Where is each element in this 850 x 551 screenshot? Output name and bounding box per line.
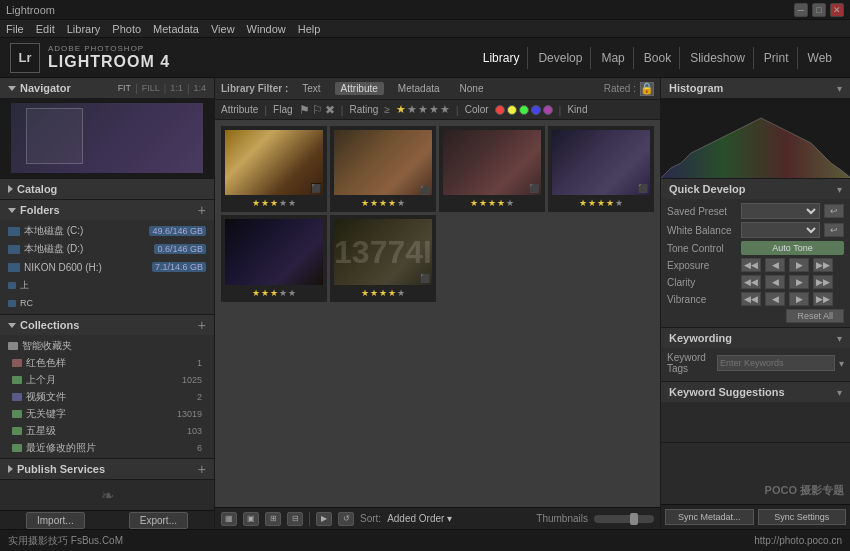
color-purple[interactable] bbox=[543, 105, 553, 115]
vibrance-down-btn[interactable]: ◀◀ bbox=[741, 292, 761, 306]
keyword-input[interactable] bbox=[717, 355, 835, 371]
star-3[interactable]: ★ bbox=[418, 103, 428, 116]
folders-add-button[interactable]: + bbox=[198, 202, 206, 218]
clarity-up1-btn[interactable]: ▶ bbox=[789, 275, 809, 289]
sort-value[interactable]: Added Order ▾ bbox=[387, 513, 452, 524]
collection-item[interactable]: 上个月 1025 bbox=[0, 371, 214, 388]
slideshow-button[interactable]: ▶ bbox=[316, 512, 332, 526]
collection-item-folder[interactable]: 智能收藏夹 bbox=[0, 337, 214, 354]
menu-file[interactable]: File bbox=[6, 23, 24, 35]
flag-pick-icon[interactable]: ⚑ bbox=[299, 103, 310, 117]
color-blue[interactable] bbox=[531, 105, 541, 115]
folder-item[interactable]: NIKON D600 (H:) 7.1/14.6 GB bbox=[0, 258, 214, 276]
publish-services-header[interactable]: Publish Services + bbox=[0, 459, 214, 479]
vibrance-up1-btn[interactable]: ▶ bbox=[789, 292, 809, 306]
color-red[interactable] bbox=[495, 105, 505, 115]
exposure-down-btn[interactable]: ◀◀ bbox=[741, 258, 761, 272]
folder-item[interactable]: 本地磁盘 (C:) 49.6/146 GB bbox=[0, 222, 214, 240]
menu-window[interactable]: Window bbox=[247, 23, 286, 35]
keyword-suggestions-header[interactable]: Keyword Suggestions ▾ bbox=[661, 382, 850, 402]
tab-map[interactable]: Map bbox=[593, 47, 633, 69]
close-button[interactable]: ✕ bbox=[830, 3, 844, 17]
star-5[interactable]: ★ bbox=[440, 103, 450, 116]
vibrance-up-btn[interactable]: ▶▶ bbox=[813, 292, 833, 306]
tab-book[interactable]: Book bbox=[636, 47, 680, 69]
menu-library[interactable]: Library bbox=[67, 23, 101, 35]
keywording-header[interactable]: Keywording ▾ bbox=[661, 328, 850, 348]
sync-metadata-btn[interactable]: Sync Metadat... bbox=[665, 509, 754, 525]
nav-fit[interactable]: FIT bbox=[118, 83, 132, 94]
collection-item[interactable]: 最近修改的照片 6 bbox=[0, 439, 214, 456]
photo-cell[interactable]: ⬛ ★★★★★ bbox=[439, 126, 545, 212]
thumbnail-slider[interactable] bbox=[594, 515, 654, 523]
compare-view-button[interactable]: ⊞ bbox=[265, 512, 281, 526]
window-controls[interactable]: ─ □ ✕ bbox=[794, 3, 844, 17]
minimize-button[interactable]: ─ bbox=[794, 3, 808, 17]
sync-settings-btn[interactable]: Sync Settings bbox=[758, 509, 847, 525]
filter-none-btn[interactable]: None bbox=[454, 82, 490, 95]
tab-web[interactable]: Web bbox=[800, 47, 840, 69]
histogram-toggle-icon[interactable]: ▾ bbox=[837, 83, 842, 94]
saved-preset-select[interactable] bbox=[741, 203, 820, 219]
flag-reject-icon[interactable]: ✖ bbox=[325, 103, 335, 117]
saved-preset-btn[interactable]: ↩ bbox=[824, 204, 844, 218]
nav-fill[interactable]: FILL bbox=[142, 83, 160, 94]
photo-cell[interactable]: ⬛ ★★★★★ bbox=[221, 126, 327, 212]
auto-tone-btn[interactable]: Auto Tone bbox=[741, 241, 844, 255]
nav-1to4[interactable]: 1:4 bbox=[193, 83, 206, 94]
collections-add-button[interactable]: + bbox=[198, 317, 206, 333]
filter-lock-icon[interactable]: 🔒 bbox=[640, 82, 654, 96]
kw-settings-btn[interactable]: ▾ bbox=[839, 358, 844, 369]
wb-btn[interactable]: ↩ bbox=[824, 223, 844, 237]
collection-item[interactable]: 红色色样 1 bbox=[0, 354, 214, 371]
color-green[interactable] bbox=[519, 105, 529, 115]
navigator-header[interactable]: Navigator FIT | FILL | 1:1 | 1:4 bbox=[0, 78, 214, 98]
star-4[interactable]: ★ bbox=[429, 103, 439, 116]
folder-item[interactable]: 本地磁盘 (D:) 0.6/146 GB bbox=[0, 240, 214, 258]
folder-item[interactable]: RC bbox=[0, 294, 214, 312]
collection-item[interactable]: 无关键字 13019 bbox=[0, 405, 214, 422]
qd-toggle-icon[interactable]: ▾ bbox=[837, 184, 842, 195]
photo-cell[interactable]: 13774I ⬛ ★★★★★ bbox=[330, 215, 436, 301]
loupe-view-button[interactable]: ▣ bbox=[243, 512, 259, 526]
grid-view-button[interactable]: ▦ bbox=[221, 512, 237, 526]
keywording-toggle-icon[interactable]: ▾ bbox=[837, 333, 842, 344]
flag-neutral-icon[interactable]: ⚐ bbox=[312, 103, 323, 117]
maximize-button[interactable]: □ bbox=[812, 3, 826, 17]
rotate-button[interactable]: ↺ bbox=[338, 512, 354, 526]
filter-metadata-btn[interactable]: Metadata bbox=[392, 82, 446, 95]
tab-develop[interactable]: Develop bbox=[530, 47, 591, 69]
clarity-up-btn[interactable]: ▶▶ bbox=[813, 275, 833, 289]
folders-header[interactable]: Folders + bbox=[0, 200, 214, 220]
star-1[interactable]: ★ bbox=[396, 103, 406, 116]
survey-view-button[interactable]: ⊟ bbox=[287, 512, 303, 526]
collection-item[interactable]: 视频文件 2 bbox=[0, 388, 214, 405]
vibrance-down1-btn[interactable]: ◀ bbox=[765, 292, 785, 306]
tab-slideshow[interactable]: Slideshow bbox=[682, 47, 754, 69]
photo-cell[interactable]: ★★★★★ bbox=[221, 215, 327, 301]
histogram-header[interactable]: Histogram ▾ bbox=[661, 78, 850, 98]
menu-edit[interactable]: Edit bbox=[36, 23, 55, 35]
tab-print[interactable]: Print bbox=[756, 47, 798, 69]
menu-metadata[interactable]: Metadata bbox=[153, 23, 199, 35]
reset-all-btn[interactable]: Reset All bbox=[786, 309, 844, 323]
ks-toggle-icon[interactable]: ▾ bbox=[837, 387, 842, 398]
wb-select[interactable] bbox=[741, 222, 820, 238]
nav-1to1[interactable]: 1:1 bbox=[170, 83, 183, 94]
filter-text-btn[interactable]: Text bbox=[296, 82, 326, 95]
clarity-down-btn[interactable]: ◀◀ bbox=[741, 275, 761, 289]
menu-photo[interactable]: Photo bbox=[112, 23, 141, 35]
star-2[interactable]: ★ bbox=[407, 103, 417, 116]
rating-filter[interactable]: ★ ★ ★ ★ ★ bbox=[396, 103, 450, 116]
exposure-down1-btn[interactable]: ◀ bbox=[765, 258, 785, 272]
filter-attribute-btn[interactable]: Attribute bbox=[335, 82, 384, 95]
folder-item[interactable]: 上 bbox=[0, 276, 214, 294]
tab-library[interactable]: Library bbox=[475, 47, 529, 69]
color-yellow[interactable] bbox=[507, 105, 517, 115]
photo-cell[interactable]: ⬛ ★★★★★ bbox=[330, 126, 436, 212]
export-button[interactable]: Export... bbox=[129, 512, 188, 529]
publish-add-button[interactable]: + bbox=[198, 461, 206, 477]
menu-help[interactable]: Help bbox=[298, 23, 321, 35]
photo-cell[interactable]: ⬛ ★★★★★ bbox=[548, 126, 654, 212]
collection-item[interactable]: 五星级 103 bbox=[0, 422, 214, 439]
